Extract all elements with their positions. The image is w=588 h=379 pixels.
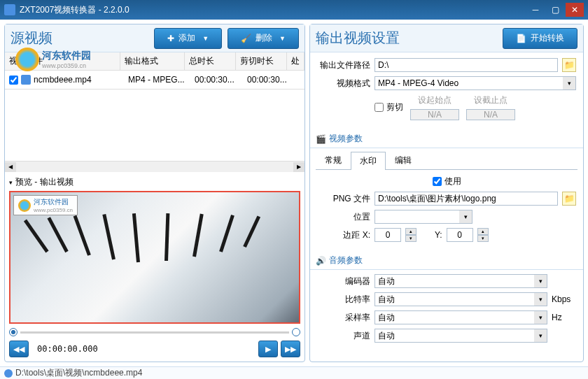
chevron-down-icon: ▾ <box>534 329 547 342</box>
delete-button[interactable]: 🧹 删除 ▼ <box>227 28 299 49</box>
convert-icon: 📄 <box>516 34 526 43</box>
encoder-label: 编码器 <box>317 276 370 287</box>
cut-start-label: 设起始点 <box>418 94 451 106</box>
png-file-input[interactable] <box>374 192 558 206</box>
status-icon <box>4 369 13 378</box>
rewind-button[interactable]: ◀◀ <box>9 341 29 357</box>
bitrate-dropdown[interactable]: 自动 ▾ <box>374 292 547 306</box>
png-file-label: PNG 文件 <box>317 193 370 205</box>
margin-y-input[interactable] <box>447 228 473 242</box>
col-file[interactable]: 视频文件 <box>5 52 120 70</box>
output-path-label: 输出文件路径 <box>317 59 370 71</box>
maximize-button[interactable]: ▢ <box>546 3 564 17</box>
chevron-down-icon: ▼ <box>279 35 286 42</box>
minimize-button[interactable]: ─ <box>526 3 545 17</box>
file-table: 视频文件 输出格式 总时长 剪切时长 处 ncmbdeee.mp4 MP4 - … <box>5 52 304 90</box>
preview-label: ▾ 预览 - 输出视频 <box>9 176 300 188</box>
seek-slider[interactable] <box>9 328 300 336</box>
chevron-down-icon: ▾ <box>534 275 547 287</box>
samplerate-label: 采样率 <box>317 312 370 324</box>
seek-end[interactable] <box>292 328 300 336</box>
video-file-icon <box>21 75 31 85</box>
use-watermark-checkbox[interactable] <box>433 177 442 186</box>
row-checkbox[interactable] <box>9 76 18 85</box>
audio-icon: 🔊 <box>316 256 326 266</box>
channel-dropdown[interactable]: 自动 ▾ <box>374 329 547 343</box>
chevron-down-icon: ▾ <box>459 210 472 223</box>
tab-watermark[interactable]: 水印 <box>351 152 386 170</box>
chevron-down-icon: ▼ <box>202 35 209 42</box>
output-settings-panel: 输出视频设置 📄 开始转换 输出文件路径 📁 视频格式 MP4 - MPEG-4… <box>309 24 584 362</box>
row-format: MP4 - MPEG... <box>124 72 190 87</box>
samplerate-dropdown[interactable]: 自动 ▾ <box>374 310 547 324</box>
table-header: 视频文件 输出格式 总时长 剪切时长 处 <box>5 52 304 71</box>
output-path-input[interactable] <box>374 58 558 72</box>
output-title: 输出视频设置 <box>316 29 400 48</box>
preview-watermark: 河东软件园 www.pc0359.cn <box>13 195 78 215</box>
video-params-header: 🎬 视频参数 <box>310 130 583 148</box>
channel-label: 声道 <box>317 330 370 342</box>
row-duration: 00:00:30... <box>190 72 243 87</box>
broom-icon: 🧹 <box>241 34 251 43</box>
start-convert-button[interactable]: 📄 开始转换 <box>503 28 578 49</box>
app-icon <box>4 4 15 15</box>
position-dropdown[interactable]: ▾ <box>374 210 472 224</box>
folder-icon: 📁 <box>564 194 575 203</box>
encoder-dropdown[interactable]: 自动 ▾ <box>374 274 547 288</box>
bitrate-label: 比特率 <box>317 294 370 306</box>
source-video-panel: 河东软件园 www.pc0359.cn 源视频 ✚ 添加 ▼ 🧹 删除 ▼ <box>4 24 305 362</box>
chevron-down-icon: ▾ <box>534 293 547 306</box>
tab-edit[interactable]: 编辑 <box>386 151 421 169</box>
video-format-label: 视频格式 <box>317 78 370 90</box>
forward-button[interactable]: ▶▶ <box>281 341 300 357</box>
folder-icon: 📁 <box>564 60 575 70</box>
kbps-label: Kbps <box>552 294 576 304</box>
row-filename: ncmbdeee.mp4 <box>34 75 92 85</box>
video-tabs: 常规 水印 编辑 <box>316 151 578 170</box>
plus-icon: ✚ <box>167 34 174 43</box>
window-title: ZXT2007视频转换器 - 2.2.0.0 <box>20 4 526 16</box>
margin-x-label: 边距 X: <box>317 229 370 241</box>
scroll-right-icon[interactable]: ▶ <box>293 162 304 172</box>
table-row[interactable]: ncmbdeee.mp4 MP4 - MPEG... 00:00:30... 0… <box>5 71 304 89</box>
seek-thumb[interactable] <box>9 328 18 336</box>
chevron-down-icon: ▾ <box>534 311 547 324</box>
position-label: 位置 <box>317 211 370 223</box>
tab-general[interactable]: 常规 <box>316 151 351 169</box>
source-title: 源视频 <box>10 29 52 48</box>
col-process[interactable]: 处 <box>287 52 304 70</box>
col-duration[interactable]: 总时长 <box>185 52 236 70</box>
close-button[interactable]: ✕ <box>566 3 584 17</box>
video-icon: 🎬 <box>316 134 326 144</box>
chevron-down-icon: ▾ <box>9 179 13 186</box>
video-format-dropdown[interactable]: MP4 - MPEG-4 Video ▾ <box>374 76 576 90</box>
cut-checkbox[interactable] <box>374 103 384 112</box>
statusbar: D:\tools\桌面\视频\ncmbdeee.mp4 <box>0 366 588 379</box>
audio-params-header: 🔊 音频参数 <box>310 252 583 270</box>
margin-y-label: Y: <box>435 230 442 240</box>
cut-end-input <box>466 109 515 120</box>
play-button[interactable]: ▶ <box>258 341 278 357</box>
add-button[interactable]: ✚ 添加 ▼ <box>154 28 222 49</box>
row-cut: 00:00:30... <box>243 72 295 87</box>
horizontal-scrollbar[interactable]: ◀ ▶ <box>5 161 304 172</box>
titlebar: ZXT2007视频转换器 - 2.2.0.0 ─ ▢ ✕ <box>0 0 588 20</box>
browse-png-button[interactable]: 📁 <box>562 192 576 206</box>
cut-start-input <box>410 109 459 120</box>
margin-x-input[interactable] <box>374 228 401 242</box>
margin-x-spinner[interactable]: ▴▾ <box>405 228 416 242</box>
browse-folder-button[interactable]: 📁 <box>562 58 576 72</box>
preview-area[interactable]: 河东软件园 www.pc0359.cn <box>9 191 300 324</box>
hz-label: Hz <box>552 313 576 322</box>
scroll-left-icon[interactable]: ◀ <box>5 162 16 172</box>
status-path: D:\tools\桌面\视频\ncmbdeee.mp4 <box>15 367 142 379</box>
watermark-logo-icon <box>18 199 31 212</box>
timecode: 00:00:00.000 <box>31 344 255 354</box>
margin-y-spinner[interactable]: ▴▾ <box>477 228 489 242</box>
col-format[interactable]: 输出格式 <box>120 52 185 70</box>
chevron-down-icon: ▾ <box>563 77 575 90</box>
col-cut[interactable]: 剪切时长 <box>236 52 287 70</box>
cut-end-label: 设截止点 <box>474 94 507 106</box>
